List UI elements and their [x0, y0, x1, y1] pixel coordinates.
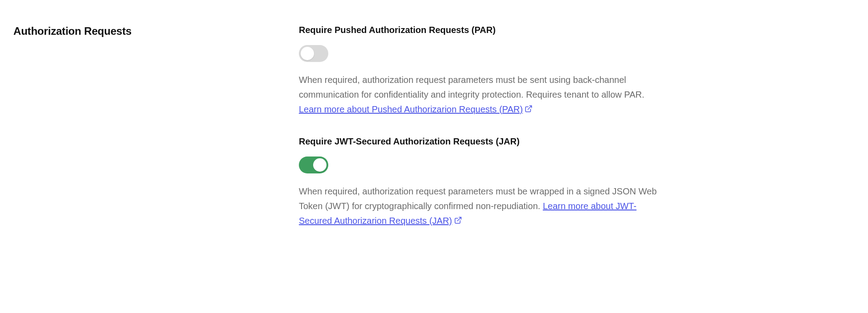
external-link-icon [525, 105, 533, 113]
settings-section: Authorization Requests Require Pushed Au… [0, 0, 868, 266]
toggle-knob [301, 47, 314, 60]
svg-line-0 [528, 106, 532, 109]
link-par-learn-more[interactable]: Learn more about Pushed Authorizarion Re… [299, 104, 523, 114]
setting-jar-label: Require JWT-Secured Authorization Reques… [299, 136, 665, 147]
link-par-learn-more-text: Learn more about Pushed Authorizarion Re… [299, 104, 523, 114]
toggle-par[interactable] [299, 45, 328, 62]
toggle-jar[interactable] [299, 156, 328, 173]
section-left-column: Authorization Requests [13, 25, 299, 248]
setting-par-description-text: When required, authorization request par… [299, 75, 644, 99]
setting-par-description: When required, authorization request par… [299, 73, 665, 117]
setting-jar: Require JWT-Secured Authorization Reques… [299, 136, 665, 228]
svg-line-1 [457, 217, 461, 221]
setting-par: Require Pushed Authorization Requests (P… [299, 25, 665, 117]
setting-jar-description: When required, authorization request par… [299, 184, 665, 228]
section-right-column: Require Pushed Authorization Requests (P… [299, 25, 665, 248]
setting-par-label: Require Pushed Authorization Requests (P… [299, 25, 665, 35]
toggle-knob [313, 158, 327, 172]
external-link-icon [454, 216, 462, 224]
section-title: Authorization Requests [13, 25, 299, 37]
